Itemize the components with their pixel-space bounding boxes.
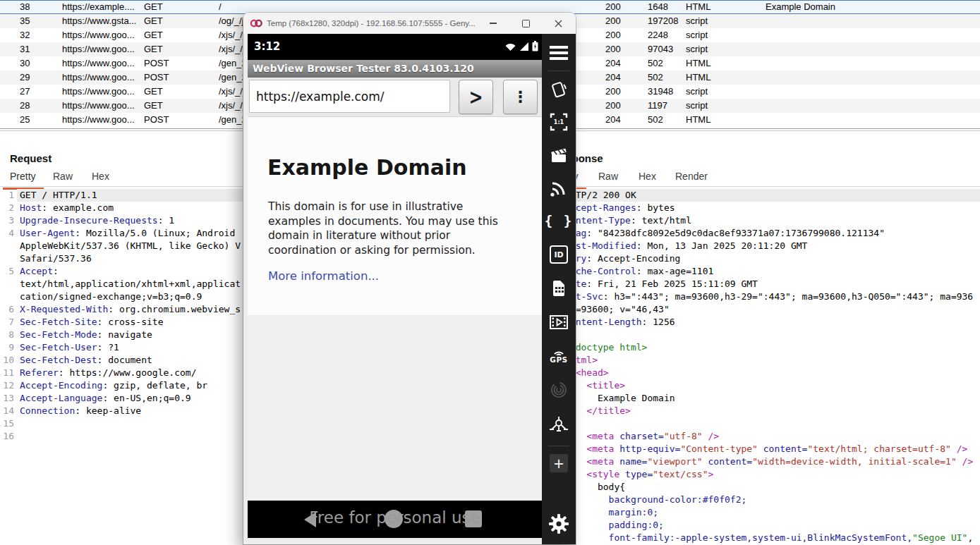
- cell-path: /xjs/_/j: [219, 99, 245, 113]
- film-play-icon: [549, 314, 569, 331]
- cell-num: 29: [20, 71, 30, 85]
- cell-status: 200: [605, 28, 621, 42]
- cell-method: GET: [144, 14, 163, 28]
- close-icon: [555, 20, 562, 27]
- cell-status: 204: [605, 56, 621, 71]
- dev-tools-button[interactable]: { }: [542, 210, 576, 231]
- window-titlebar[interactable]: Temp (768x1280, 320dpi) - 192.168.56.107…: [243, 13, 576, 34]
- cell-status: 200: [605, 0, 621, 14]
- baseband-button[interactable]: [542, 312, 576, 333]
- editor-line: [564, 329, 980, 341]
- editor-line: <title>: [564, 379, 980, 392]
- add-widget-button[interactable]: +: [542, 453, 576, 474]
- cell-path: /: [219, 0, 222, 14]
- maximize-button[interactable]: [509, 13, 542, 34]
- cell-status: 204: [605, 71, 621, 85]
- editor-line: Cache-Control: max-age=1101: [564, 265, 980, 278]
- settings-button[interactable]: [542, 512, 576, 536]
- cell-method: POST: [144, 71, 169, 85]
- cell-mime: script: [686, 14, 708, 28]
- editor-line: Alt-Svc: h3=":443"; ma=93600,h3-29=":443…: [564, 290, 980, 303]
- menu-button[interactable]: [542, 44, 576, 62]
- tab-hex[interactable]: Hex: [92, 171, 109, 185]
- cell-path: /gen_2: [219, 113, 247, 127]
- cell-mime: HTML: [686, 0, 710, 14]
- go-button[interactable]: >: [459, 80, 493, 114]
- url-input[interactable]: [249, 80, 450, 113]
- rotate-device-button[interactable]: [542, 79, 576, 100]
- tab-render[interactable]: Render: [675, 171, 708, 185]
- cell-path: /gen_2: [219, 71, 247, 85]
- genymotion-toolbar: 1:1: [542, 34, 576, 544]
- status-clock: 3:12: [254, 34, 280, 60]
- cell-url: https://www.goo...: [62, 28, 135, 42]
- cell-method: GET: [144, 99, 163, 113]
- cell-path: /og/_/j: [219, 14, 243, 28]
- genymotion-logo-icon: [250, 18, 262, 29]
- cell-num: 25: [20, 113, 30, 127]
- android-nav-bar: Free for personal use: [248, 501, 542, 538]
- editor-line: <meta charset="utf-8" />: [564, 430, 980, 443]
- overflow-menu-button[interactable]: ⋮: [503, 80, 538, 114]
- pixel-perfect-button[interactable]: 1:1: [542, 111, 576, 133]
- paragraph-line: This domain is for use in illustrative: [268, 200, 498, 214]
- cell-url: https://www.goo...: [62, 99, 135, 113]
- android-status-bar: 3:12: [248, 34, 542, 60]
- editor-line: <meta name="viewport" content="width=dev…: [564, 455, 980, 468]
- gps-button[interactable]: GPS: [542, 344, 576, 367]
- cell-url: https://www.goo...: [62, 113, 135, 127]
- cell-num: 30: [20, 56, 30, 71]
- response-editor[interactable]: HTTP/2 200 OKAccept-Ranges: bytesContent…: [564, 189, 980, 544]
- sim-button[interactable]: [542, 278, 576, 299]
- cell-length: 502: [648, 71, 663, 85]
- table-row[interactable]: 38https://example....GET/2001648HTMLExam…: [0, 0, 980, 14]
- tab-raw[interactable]: Raw: [598, 171, 618, 185]
- minimize-button[interactable]: [477, 13, 509, 34]
- tab-pretty[interactable]: Pretty: [10, 171, 36, 185]
- network-button[interactable]: [542, 178, 576, 199]
- android-device-screen: 3:12 We: [248, 34, 542, 538]
- editor-line: Vary: Accept-Encoding: [564, 252, 980, 265]
- editor-line: Content-Type: text/html: [564, 214, 980, 227]
- editor-line: Content-Length: 1256: [564, 316, 980, 329]
- cell-length: 1648: [648, 0, 668, 14]
- cell-status: 200: [605, 99, 621, 113]
- close-button[interactable]: [542, 13, 574, 34]
- cell-length: 31948: [648, 85, 673, 99]
- more-information-link[interactable]: More information...: [268, 269, 379, 283]
- cell-status: 200: [605, 42, 621, 56]
- editor-line: Last-Modified: Mon, 13 Jan 2025 20:11:20…: [564, 240, 980, 252]
- example-domain-card: Example Domain This domain is for use in…: [248, 117, 542, 315]
- cell-mime: HTML: [686, 56, 710, 71]
- braces-icon: { }: [545, 213, 573, 228]
- cell-mime: script: [686, 42, 708, 56]
- editor-line: font-family:-apple-system,system-ui,Blin…: [564, 532, 980, 544]
- cell-method: GET: [144, 28, 163, 42]
- tab-hex[interactable]: Hex: [639, 171, 656, 185]
- cell-mime: script: [686, 28, 708, 42]
- cell-num: 27: [20, 85, 30, 99]
- screencast-button[interactable]: [542, 145, 576, 166]
- window-body: 3:12 We: [243, 34, 576, 544]
- gimbal-button[interactable]: [542, 413, 576, 436]
- cell-mime: script: [686, 99, 708, 113]
- hamburger-icon: [550, 46, 568, 60]
- cell-mime: script: [686, 85, 708, 99]
- plus-icon: +: [550, 454, 568, 472]
- toolbar-divider-2: [548, 446, 569, 446]
- editor-line: Date: Fri, 21 Feb 2025 15:11:09 GMT: [564, 278, 980, 290]
- cell-signal-icon: [519, 42, 529, 51]
- cell-url: https://www.gsta...: [62, 14, 137, 28]
- cell-status: 204: [605, 113, 621, 127]
- editor-line: padding:0;: [564, 519, 980, 532]
- cell-title: Example Domain: [766, 0, 835, 14]
- editor-line: <head>: [564, 367, 980, 379]
- cell-method: GET: [144, 0, 163, 14]
- editor-line: HTTP/2 200 OK: [564, 189, 980, 202]
- device-id-button[interactable]: ID: [542, 244, 576, 265]
- paragraph-line: examples in documents. You may use this: [268, 214, 498, 229]
- tab-raw[interactable]: Raw: [53, 171, 73, 185]
- cell-method: GET: [144, 85, 163, 99]
- biometrics-button-disabled: [542, 379, 576, 400]
- cell-num: 32: [20, 28, 30, 42]
